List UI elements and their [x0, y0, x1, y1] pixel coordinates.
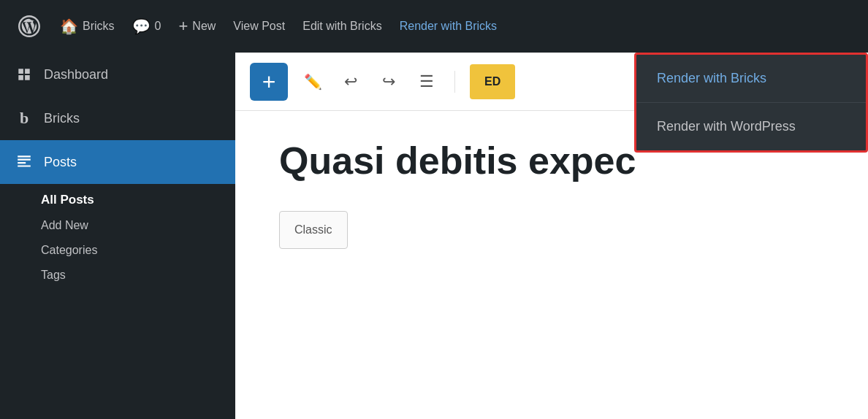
- all-posts-link[interactable]: All Posts: [41, 187, 235, 213]
- sidebar-item-bricks[interactable]: b Bricks: [0, 96, 235, 140]
- classic-block[interactable]: Classic: [279, 211, 348, 249]
- add-element-button[interactable]: +: [250, 63, 288, 101]
- admin-bar: 🏠 Bricks 💬 0 + New View Post Edit with B…: [0, 0, 868, 53]
- wp-logo-button[interactable]: [9, 0, 50, 53]
- posts-label: Posts: [44, 155, 77, 170]
- redo-button[interactable]: ↪: [376, 69, 402, 95]
- render-with-bricks-button[interactable]: Render with Bricks: [392, 0, 504, 53]
- render-with-bricks-option[interactable]: Render with Bricks: [636, 55, 866, 103]
- edit-with-bricks-button[interactable]: Edit with Bricks: [295, 0, 389, 53]
- comments-button[interactable]: 💬 0: [125, 0, 169, 53]
- new-label: New: [192, 20, 216, 33]
- view-post-button[interactable]: View Post: [226, 0, 292, 53]
- bricks-label: Bricks: [44, 111, 80, 126]
- align-icon: ☰: [419, 72, 434, 91]
- sidebar-item-posts[interactable]: Posts: [0, 140, 235, 184]
- plus-icon: +: [178, 17, 188, 36]
- post-content: Quasi debitis expec Classic: [235, 111, 868, 419]
- site-name-label: Bricks: [83, 20, 115, 33]
- align-button[interactable]: ☰: [414, 69, 440, 95]
- add-icon: +: [262, 70, 276, 93]
- view-post-label: View Post: [233, 20, 285, 33]
- tags-link[interactable]: Tags: [41, 263, 235, 288]
- site-name-button[interactable]: 🏠 Bricks: [53, 0, 122, 53]
- edit-tool-button[interactable]: ✏️: [300, 69, 326, 95]
- comment-icon: 💬: [132, 18, 151, 35]
- pencil-icon: ✏️: [304, 73, 322, 91]
- sidebar: Dashboard b Bricks Posts All Posts Add N…: [0, 53, 235, 419]
- comments-count: 0: [155, 20, 161, 33]
- new-button[interactable]: + New: [171, 0, 223, 53]
- render-with-wordpress-option[interactable]: Render with WordPress: [636, 103, 866, 150]
- posts-submenu: All Posts Add New Categories Tags: [0, 184, 235, 291]
- render-with-bricks-label: Render with Bricks: [400, 20, 497, 33]
- undo-icon: ↩: [344, 72, 357, 91]
- categories-link[interactable]: Categories: [41, 238, 235, 263]
- toolbar-separator: [454, 71, 455, 93]
- edit-button[interactable]: ED: [470, 64, 515, 99]
- edit-with-bricks-label: Edit with Bricks: [302, 20, 381, 33]
- bricks-icon: b: [15, 109, 34, 128]
- dashboard-label: Dashboard: [44, 67, 108, 82]
- posts-icon: [15, 153, 34, 172]
- undo-button[interactable]: ↩: [338, 69, 364, 95]
- dashboard-icon: [15, 65, 34, 84]
- sidebar-item-dashboard[interactable]: Dashboard: [0, 53, 235, 96]
- add-new-link[interactable]: Add New: [41, 213, 235, 238]
- redo-icon: ↪: [382, 72, 395, 91]
- render-dropdown: Render with Bricks Render with WordPress: [634, 53, 868, 153]
- wordpress-logo-icon: [16, 13, 42, 39]
- home-icon: 🏠: [60, 18, 78, 35]
